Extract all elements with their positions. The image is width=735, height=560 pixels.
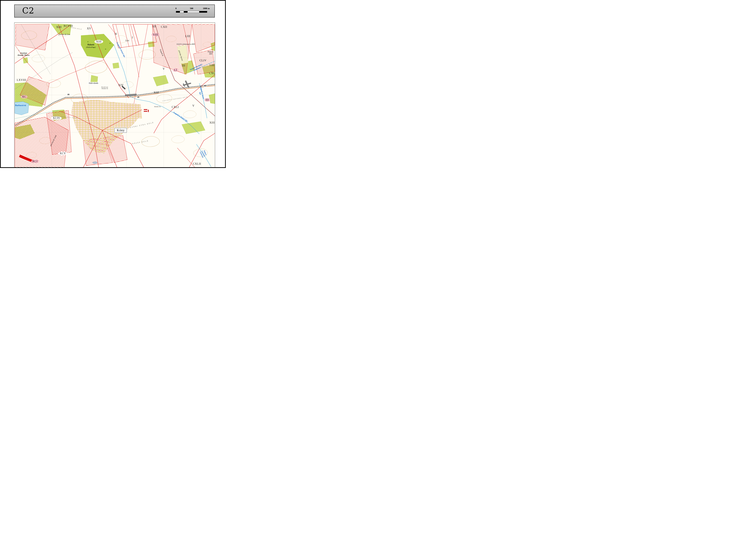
scale-tick-1000: 1000 m xyxy=(203,7,210,10)
scale-bar-graphic xyxy=(176,11,207,13)
scale-tick-0: 0 xyxy=(175,7,177,10)
map-canvas: XIIIXCVIIIXVIIIIIICXIIVIIILIIIXIIICLIVLI… xyxy=(14,23,215,168)
scale-bar: 0 500 1000 m xyxy=(176,7,207,15)
header-bar: C2 0 500 1000 m xyxy=(14,5,215,17)
scale-tick-500: 500 xyxy=(190,7,193,10)
sheet-title: C2 xyxy=(22,6,34,15)
map-graphics xyxy=(14,23,215,167)
map-sheet-page: C2 0 500 1000 m xyxy=(0,0,226,168)
